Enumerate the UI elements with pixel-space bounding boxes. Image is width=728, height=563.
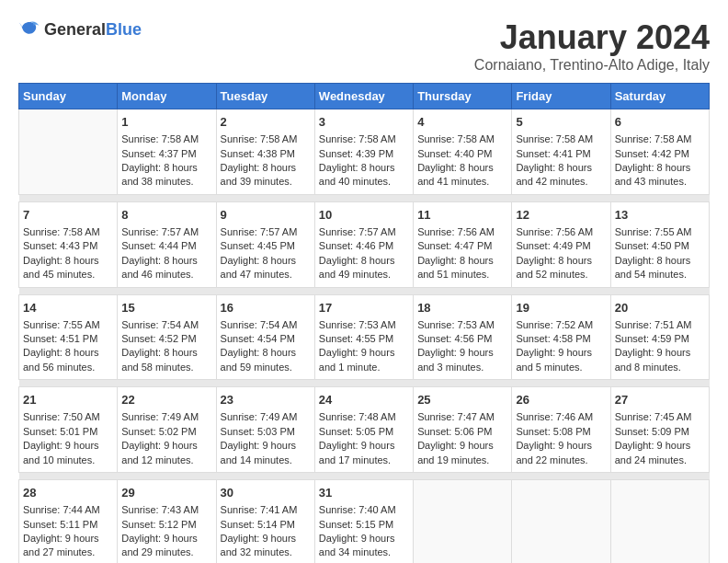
week-row-3: 14Sunrise: 7:55 AMSunset: 4:51 PMDayligh… (19, 294, 710, 380)
day-number: 17 (319, 300, 409, 316)
day-number: 14 (23, 300, 113, 316)
day-number: 11 (417, 207, 507, 224)
day-number: 15 (121, 300, 211, 316)
day-number: 1 (121, 114, 211, 131)
day-number: 10 (319, 207, 409, 224)
day-cell (414, 480, 512, 564)
day-number: 4 (417, 114, 507, 131)
day-info: Sunrise: 7:49 AMSunset: 5:03 PMDaylight:… (221, 411, 298, 465)
week-separator (19, 380, 710, 387)
month-title: January 2024 (474, 18, 710, 57)
day-cell: 28Sunrise: 7:44 AMSunset: 5:11 PMDayligh… (19, 480, 118, 564)
day-number: 30 (221, 485, 311, 501)
day-cell: 6Sunrise: 7:58 AMSunset: 4:42 PMDaylight… (610, 109, 709, 195)
day-cell: 14Sunrise: 7:55 AMSunset: 4:51 PMDayligh… (19, 294, 118, 380)
day-cell: 11Sunrise: 7:56 AMSunset: 4:47 PMDayligh… (414, 201, 512, 287)
day-number: 3 (319, 114, 409, 131)
day-cell: 15Sunrise: 7:54 AMSunset: 4:52 PMDayligh… (118, 294, 216, 380)
day-cell: 23Sunrise: 7:49 AMSunset: 5:03 PMDayligh… (216, 387, 314, 473)
day-number: 27 (615, 392, 705, 408)
day-info: Sunrise: 7:54 AMSunset: 4:54 PMDaylight:… (221, 319, 298, 373)
day-cell: 1Sunrise: 7:58 AMSunset: 4:37 PMDaylight… (118, 109, 216, 195)
day-number: 2 (221, 114, 311, 131)
title-area: January 2024 Cornaiano, Trentino-Alto Ad… (474, 18, 710, 74)
day-number: 29 (121, 485, 211, 501)
day-number: 20 (615, 300, 705, 316)
day-cell: 31Sunrise: 7:40 AMSunset: 5:15 PMDayligh… (314, 480, 413, 564)
day-cell: 16Sunrise: 7:54 AMSunset: 4:54 PMDayligh… (216, 294, 314, 380)
day-info: Sunrise: 7:56 AMSunset: 4:49 PMDaylight:… (516, 226, 593, 280)
day-info: Sunrise: 7:47 AMSunset: 5:06 PMDaylight:… (417, 411, 495, 465)
day-info: Sunrise: 7:41 AMSunset: 5:14 PMDaylight:… (221, 504, 298, 557)
column-header-saturday: Saturday (610, 84, 709, 109)
week-row-5: 28Sunrise: 7:44 AMSunset: 5:11 PMDayligh… (19, 480, 710, 564)
column-header-thursday: Thursday (414, 84, 512, 109)
column-header-sunday: Sunday (19, 84, 118, 109)
week-separator (19, 473, 710, 480)
day-cell: 24Sunrise: 7:48 AMSunset: 5:05 PMDayligh… (314, 387, 413, 473)
day-number: 12 (516, 207, 606, 224)
day-number: 18 (417, 300, 507, 316)
day-cell: 12Sunrise: 7:56 AMSunset: 4:49 PMDayligh… (512, 201, 610, 287)
logo-icon (18, 18, 40, 40)
day-number: 5 (516, 114, 606, 131)
logo-text: GeneralBlue (44, 20, 142, 40)
day-cell: 29Sunrise: 7:43 AMSunset: 5:12 PMDayligh… (118, 480, 216, 564)
day-cell: 25Sunrise: 7:47 AMSunset: 5:06 PMDayligh… (414, 387, 512, 473)
day-info: Sunrise: 7:43 AMSunset: 5:12 PMDaylight:… (121, 504, 199, 557)
column-header-wednesday: Wednesday (314, 84, 413, 109)
week-row-2: 7Sunrise: 7:58 AMSunset: 4:43 PMDaylight… (19, 201, 710, 287)
day-number: 13 (615, 207, 705, 224)
day-info: Sunrise: 7:51 AMSunset: 4:59 PMDaylight:… (615, 319, 692, 373)
day-info: Sunrise: 7:44 AMSunset: 5:11 PMDaylight:… (23, 504, 100, 557)
day-number: 16 (221, 300, 311, 316)
logo: GeneralBlue (18, 18, 142, 40)
day-cell: 9Sunrise: 7:57 AMSunset: 4:45 PMDaylight… (216, 201, 314, 287)
day-cell: 21Sunrise: 7:50 AMSunset: 5:01 PMDayligh… (19, 387, 118, 473)
day-cell: 20Sunrise: 7:51 AMSunset: 4:59 PMDayligh… (610, 294, 709, 380)
day-cell: 3Sunrise: 7:58 AMSunset: 4:39 PMDaylight… (314, 109, 413, 195)
day-number: 19 (516, 300, 606, 316)
day-info: Sunrise: 7:55 AMSunset: 4:50 PMDaylight:… (615, 226, 692, 280)
day-number: 8 (121, 207, 211, 224)
column-header-tuesday: Tuesday (216, 84, 314, 109)
logo-general: General (44, 20, 106, 39)
day-cell: 22Sunrise: 7:49 AMSunset: 5:02 PMDayligh… (118, 387, 216, 473)
day-info: Sunrise: 7:57 AMSunset: 4:46 PMDaylight:… (319, 226, 396, 280)
day-info: Sunrise: 7:58 AMSunset: 4:38 PMDaylight:… (221, 133, 298, 187)
day-number: 21 (23, 392, 113, 408)
day-cell: 10Sunrise: 7:57 AMSunset: 4:46 PMDayligh… (314, 201, 413, 287)
day-info: Sunrise: 7:57 AMSunset: 4:44 PMDaylight:… (121, 226, 199, 280)
location-title: Cornaiano, Trentino-Alto Adige, Italy (474, 57, 710, 74)
day-info: Sunrise: 7:58 AMSunset: 4:41 PMDaylight:… (516, 133, 593, 187)
week-row-4: 21Sunrise: 7:50 AMSunset: 5:01 PMDayligh… (19, 387, 710, 473)
day-info: Sunrise: 7:54 AMSunset: 4:52 PMDaylight:… (121, 319, 199, 373)
day-cell: 13Sunrise: 7:55 AMSunset: 4:50 PMDayligh… (610, 201, 709, 287)
column-header-monday: Monday (118, 84, 216, 109)
day-number: 23 (221, 392, 311, 408)
day-cell: 7Sunrise: 7:58 AMSunset: 4:43 PMDaylight… (19, 201, 118, 287)
day-number: 24 (319, 392, 409, 408)
day-info: Sunrise: 7:58 AMSunset: 4:37 PMDaylight:… (121, 133, 199, 187)
logo-blue: Blue (106, 20, 142, 39)
day-cell: 2Sunrise: 7:58 AMSunset: 4:38 PMDaylight… (216, 109, 314, 195)
day-cell: 27Sunrise: 7:45 AMSunset: 5:09 PMDayligh… (610, 387, 709, 473)
day-cell: 8Sunrise: 7:57 AMSunset: 4:44 PMDaylight… (118, 201, 216, 287)
day-cell: 26Sunrise: 7:46 AMSunset: 5:08 PMDayligh… (512, 387, 610, 473)
day-info: Sunrise: 7:58 AMSunset: 4:39 PMDaylight:… (319, 133, 396, 187)
day-info: Sunrise: 7:53 AMSunset: 4:56 PMDaylight:… (417, 319, 495, 373)
day-number: 31 (319, 485, 409, 501)
day-info: Sunrise: 7:58 AMSunset: 4:40 PMDaylight:… (417, 133, 495, 187)
day-info: Sunrise: 7:45 AMSunset: 5:09 PMDaylight:… (615, 411, 692, 465)
day-info: Sunrise: 7:52 AMSunset: 4:58 PMDaylight:… (516, 319, 593, 373)
day-info: Sunrise: 7:50 AMSunset: 5:01 PMDaylight:… (23, 411, 100, 465)
day-number: 28 (23, 485, 113, 501)
week-separator (19, 287, 710, 294)
day-number: 25 (417, 392, 507, 408)
day-cell: 19Sunrise: 7:52 AMSunset: 4:58 PMDayligh… (512, 294, 610, 380)
calendar-header: SundayMondayTuesdayWednesdayThursdayFrid… (19, 84, 710, 109)
day-cell (512, 480, 610, 564)
day-cell (19, 109, 118, 195)
day-cell: 4Sunrise: 7:58 AMSunset: 4:40 PMDaylight… (414, 109, 512, 195)
day-info: Sunrise: 7:40 AMSunset: 5:15 PMDaylight:… (319, 504, 396, 557)
